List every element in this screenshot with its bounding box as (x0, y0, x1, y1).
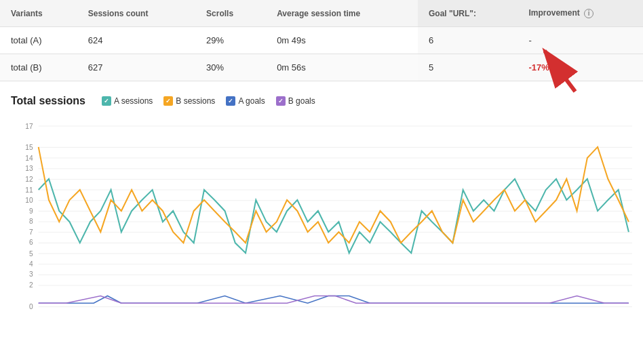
svg-text:12: 12 (25, 176, 33, 183)
svg-text:13: 13 (25, 165, 33, 172)
improvement-info-icon[interactable]: i (584, 9, 593, 18)
legend-label-a-goals: A goals (238, 96, 265, 106)
svg-text:15: 15 (25, 144, 33, 151)
cell-sessions-count-b: 627 (77, 54, 195, 81)
col-header-goal-url: Goal "URL": (418, 0, 518, 26)
cell-goal-url-b: 5 (418, 54, 518, 81)
b-sessions-line (39, 147, 629, 243)
cell-variant-a: total (A) (0, 26, 77, 54)
svg-text:14: 14 (25, 155, 33, 162)
legend-label-b-sessions: B sessions (176, 96, 215, 106)
svg-text:9: 9 (29, 207, 33, 215)
cell-goal-url-a: 6 (418, 26, 518, 54)
svg-text:17: 17 (25, 123, 33, 130)
legend-check-b-goals: ✓ (276, 96, 286, 106)
cell-scrolls-b: 30% (195, 54, 266, 81)
legend-b-sessions: ✓ B sessions (163, 96, 215, 106)
col-header-sessions-count: Sessions count (77, 0, 195, 26)
svg-text:8: 8 (29, 218, 33, 225)
chart-header: Total sessions ✓ A sessions ✓ B sessions… (11, 95, 632, 107)
svg-text:6: 6 (29, 239, 33, 246)
svg-text:2: 2 (29, 281, 33, 288)
col-header-avg-session-time: Average session time (266, 0, 418, 26)
cell-avg-time-b: 0m 56s (266, 54, 418, 81)
cell-sessions-count-a: 624 (77, 26, 195, 54)
svg-text:3: 3 (29, 270, 33, 277)
legend-a-goals: ✓ A goals (226, 96, 265, 106)
cell-scrolls-a: 29% (195, 26, 266, 54)
b-goals-line (39, 296, 629, 303)
svg-text:4: 4 (29, 260, 33, 267)
legend-check-b-sessions: ✓ (163, 96, 173, 106)
chart-legend: ✓ A sessions ✓ B sessions ✓ A goals ✓ B … (102, 96, 315, 106)
svg-text:10: 10 (25, 197, 33, 204)
legend-label-b-goals: B goals (288, 96, 315, 106)
svg-text:7: 7 (29, 228, 33, 236)
cell-variant-b: total (B) (0, 54, 77, 81)
legend-check-a-goals: ✓ (226, 96, 235, 106)
chart-section: Total sessions ✓ A sessions ✓ B sessions… (0, 81, 643, 330)
cell-avg-time-a: 0m 49s (266, 26, 418, 54)
a-goals-line (39, 296, 629, 303)
legend-check-a-sessions: ✓ (102, 96, 111, 106)
svg-text:5: 5 (29, 249, 33, 257)
chart-title: Total sessions (11, 95, 85, 107)
col-header-variants: Variants (0, 0, 77, 26)
legend-b-goals: ✓ B goals (276, 96, 315, 106)
col-header-improvement: Improvement i (518, 0, 643, 26)
col-header-scrolls: Scrolls (195, 0, 266, 26)
svg-text:0: 0 (29, 302, 33, 310)
sessions-chart: 0 2 3 4 5 6 7 8 9 10 11 12 13 14 15 17 (11, 118, 632, 321)
svg-text:11: 11 (25, 186, 33, 194)
chart-wrapper: 0 2 3 4 5 6 7 8 9 10 11 12 13 14 15 17 (11, 118, 632, 323)
legend-label-a-sessions: A sessions (114, 96, 153, 106)
legend-a-sessions: ✓ A sessions (102, 96, 153, 106)
